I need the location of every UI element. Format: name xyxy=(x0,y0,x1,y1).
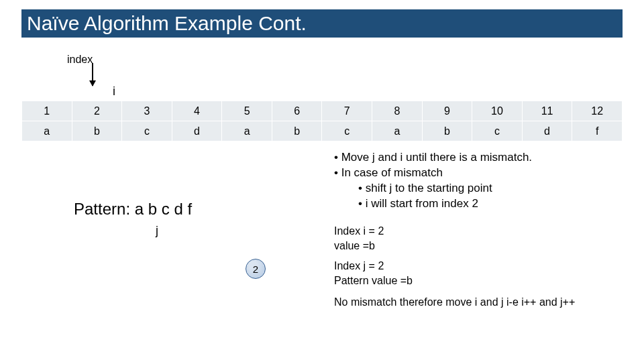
cell: b xyxy=(422,121,472,141)
i-pointer-label: i xyxy=(113,84,115,99)
status-line: value =b xyxy=(334,239,384,253)
cell: c xyxy=(472,121,523,141)
cell: 9 xyxy=(422,101,472,121)
cell: 4 xyxy=(172,101,222,121)
cell: 3 xyxy=(122,101,172,121)
step-value: 2 xyxy=(253,263,258,275)
page-title: Naïve Algorithm Example Cont. xyxy=(27,12,307,35)
title-bar: Naïve Algorithm Example Cont. xyxy=(21,9,623,38)
status-line: Index j = 2 xyxy=(334,259,413,274)
bullet-item: i will start from index 2 xyxy=(334,196,532,212)
status-i: Index i = 2 value =b xyxy=(334,224,384,253)
index-label: index xyxy=(67,54,93,66)
cell: d xyxy=(172,121,222,141)
arrow-down-icon xyxy=(92,63,93,86)
cell: 10 xyxy=(472,101,523,121)
bullet-item: In case of mismatch xyxy=(334,166,532,181)
status-line: Pattern value =b xyxy=(334,274,413,288)
bullet-list: Move j and i until there is a mismatch. … xyxy=(334,150,532,212)
pattern-label: Pattern: a b c d f xyxy=(74,200,192,219)
cell: d xyxy=(522,121,572,141)
cell: 2 xyxy=(72,101,122,121)
step-circle: 2 xyxy=(246,259,266,279)
cell: b xyxy=(72,121,122,141)
cell: 8 xyxy=(372,101,423,121)
cell: c xyxy=(322,121,372,141)
cell: a xyxy=(22,121,72,141)
cell: c xyxy=(122,121,172,141)
cell: b xyxy=(272,121,322,141)
bullet-item: shift j to the starting point xyxy=(334,181,532,196)
cell: 7 xyxy=(322,101,372,121)
cell: 12 xyxy=(572,101,623,121)
cell: 11 xyxy=(522,101,572,121)
j-pointer-label: j xyxy=(156,224,158,238)
bullet-item: Move j and i until there is a mismatch. xyxy=(334,150,532,166)
cell: a xyxy=(222,121,272,141)
cell: 1 xyxy=(22,101,72,121)
table-row: 1 2 3 4 5 6 7 8 9 10 11 12 xyxy=(22,101,623,121)
status-j: Index j = 2 Pattern value =b xyxy=(334,259,413,288)
cell: 5 xyxy=(222,101,272,121)
slide: Naïve Algorithm Example Cont. index i 1 … xyxy=(0,0,644,362)
text-table: 1 2 3 4 5 6 7 8 9 10 11 12 a b c d a b c… xyxy=(21,101,623,141)
table-row: a b c d a b c a b c d f xyxy=(22,121,623,141)
cell: f xyxy=(572,121,623,141)
status-line: Index i = 2 xyxy=(334,224,384,239)
cell: 6 xyxy=(272,101,322,121)
cell: a xyxy=(372,121,423,141)
status-final: No mismatch therefore move i and j i-e i… xyxy=(334,296,575,308)
